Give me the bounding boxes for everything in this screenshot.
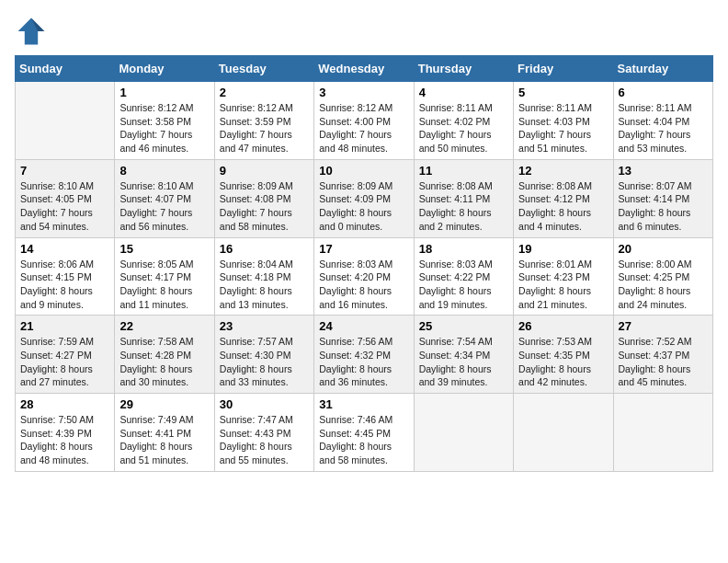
calendar-cell: 15 Sunrise: 8:05 AMSunset: 4:17 PMDaylig… <box>115 237 214 316</box>
calendar-cell: 14 Sunrise: 8:06 AMSunset: 4:15 PMDaylig… <box>16 237 115 316</box>
calendar-cell: 2 Sunrise: 8:12 AMSunset: 3:59 PMDayligh… <box>214 82 313 160</box>
calendar-cell: 31 Sunrise: 7:46 AMSunset: 4:45 PMDaylig… <box>314 394 414 472</box>
cell-details: Sunrise: 8:00 AMSunset: 4:25 PMDaylight:… <box>619 258 708 312</box>
calendar-week-row: 28 Sunrise: 7:50 AMSunset: 4:39 PMDaylig… <box>16 394 713 472</box>
cell-details: Sunrise: 8:05 AMSunset: 4:17 PMDaylight:… <box>119 258 209 312</box>
day-number: 8 <box>119 164 209 178</box>
calendar-cell: 18 Sunrise: 8:03 AMSunset: 4:22 PMDaylig… <box>414 237 513 316</box>
cell-details: Sunrise: 8:07 AMSunset: 4:14 PMDaylight:… <box>619 179 708 234</box>
cell-details: Sunrise: 7:59 AMSunset: 4:27 PMDaylight:… <box>20 335 109 389</box>
cell-details: Sunrise: 8:04 AMSunset: 4:18 PMDaylight:… <box>220 258 309 312</box>
day-number: 23 <box>220 319 309 333</box>
cell-details: Sunrise: 8:08 AMSunset: 4:12 PMDaylight:… <box>518 179 608 234</box>
cell-details: Sunrise: 7:58 AMSunset: 4:28 PMDaylight:… <box>119 335 209 389</box>
calendar-cell: 11 Sunrise: 8:08 AMSunset: 4:11 PMDaylig… <box>414 159 513 237</box>
cell-details: Sunrise: 7:52 AMSunset: 4:37 PMDaylight:… <box>619 335 708 389</box>
cell-details: Sunrise: 7:46 AMSunset: 4:45 PMDaylight:… <box>319 413 408 467</box>
day-number: 10 <box>319 164 408 178</box>
cell-details: Sunrise: 8:12 AMSunset: 4:00 PMDaylight:… <box>319 101 408 155</box>
calendar-cell: 10 Sunrise: 8:09 AMSunset: 4:09 PMDaylig… <box>314 159 414 237</box>
logo-icon <box>15 15 48 48</box>
calendar-cell: 1 Sunrise: 8:12 AMSunset: 3:58 PMDayligh… <box>115 82 214 160</box>
day-number: 7 <box>20 164 109 178</box>
calendar-cell: 20 Sunrise: 8:00 AMSunset: 4:25 PMDaylig… <box>613 237 712 316</box>
cell-details: Sunrise: 7:50 AMSunset: 4:39 PMDaylight:… <box>20 413 109 467</box>
weekday-header-friday: Friday <box>514 56 613 82</box>
day-number: 21 <box>20 319 109 333</box>
day-number: 17 <box>319 242 408 256</box>
calendar-cell: 8 Sunrise: 8:10 AMSunset: 4:07 PMDayligh… <box>115 159 214 237</box>
cell-details: Sunrise: 8:11 AMSunset: 4:03 PMDaylight:… <box>518 101 608 155</box>
calendar-cell: 5 Sunrise: 8:11 AMSunset: 4:03 PMDayligh… <box>514 82 613 160</box>
day-number: 15 <box>119 242 209 256</box>
cell-details: Sunrise: 7:56 AMSunset: 4:32 PMDaylight:… <box>319 335 408 389</box>
weekday-header-row: SundayMondayTuesdayWednesdayThursdayFrid… <box>16 56 713 82</box>
calendar-week-row: 7 Sunrise: 8:10 AMSunset: 4:05 PMDayligh… <box>16 159 713 237</box>
day-number: 1 <box>119 86 209 99</box>
calendar-cell: 16 Sunrise: 8:04 AMSunset: 4:18 PMDaylig… <box>214 237 313 316</box>
calendar-cell <box>613 394 712 472</box>
cell-details: Sunrise: 7:49 AMSunset: 4:41 PMDaylight:… <box>119 413 209 467</box>
cell-details: Sunrise: 8:10 AMSunset: 4:05 PMDaylight:… <box>20 179 109 234</box>
day-number: 26 <box>518 319 608 333</box>
day-number: 22 <box>119 319 209 333</box>
calendar-cell <box>414 394 513 472</box>
calendar-cell: 30 Sunrise: 7:47 AMSunset: 4:43 PMDaylig… <box>214 394 313 472</box>
calendar-week-row: 21 Sunrise: 7:59 AMSunset: 4:27 PMDaylig… <box>16 316 713 394</box>
calendar-cell: 17 Sunrise: 8:03 AMSunset: 4:20 PMDaylig… <box>314 237 414 316</box>
day-number: 12 <box>518 164 608 178</box>
calendar-cell: 9 Sunrise: 8:09 AMSunset: 4:08 PMDayligh… <box>214 159 313 237</box>
calendar-cell: 12 Sunrise: 8:08 AMSunset: 4:12 PMDaylig… <box>514 159 613 237</box>
logo <box>15 15 51 48</box>
day-number: 2 <box>220 86 309 99</box>
calendar-cell: 24 Sunrise: 7:56 AMSunset: 4:32 PMDaylig… <box>314 316 414 394</box>
cell-details: Sunrise: 7:57 AMSunset: 4:30 PMDaylight:… <box>220 335 309 389</box>
day-number: 13 <box>619 164 708 178</box>
cell-details: Sunrise: 7:54 AMSunset: 4:34 PMDaylight:… <box>419 335 508 389</box>
day-number: 3 <box>319 86 408 99</box>
calendar-cell: 21 Sunrise: 7:59 AMSunset: 4:27 PMDaylig… <box>16 316 115 394</box>
weekday-header-monday: Monday <box>115 56 214 82</box>
calendar-week-row: 14 Sunrise: 8:06 AMSunset: 4:15 PMDaylig… <box>16 237 713 316</box>
day-number: 28 <box>20 397 109 411</box>
calendar-cell <box>16 82 115 160</box>
day-number: 9 <box>220 164 309 178</box>
calendar-cell <box>514 394 613 472</box>
calendar-week-row: 1 Sunrise: 8:12 AMSunset: 3:58 PMDayligh… <box>16 82 713 160</box>
cell-details: Sunrise: 8:06 AMSunset: 4:15 PMDaylight:… <box>20 258 109 312</box>
day-number: 18 <box>419 242 508 256</box>
day-number: 6 <box>619 86 708 99</box>
day-number: 20 <box>619 242 708 256</box>
day-number: 30 <box>220 397 309 411</box>
day-number: 19 <box>518 242 608 256</box>
cell-details: Sunrise: 8:01 AMSunset: 4:23 PMDaylight:… <box>518 258 608 312</box>
page-header <box>15 15 713 48</box>
calendar-cell: 19 Sunrise: 8:01 AMSunset: 4:23 PMDaylig… <box>514 237 613 316</box>
cell-details: Sunrise: 8:11 AMSunset: 4:02 PMDaylight:… <box>419 101 508 155</box>
calendar-cell: 26 Sunrise: 7:53 AMSunset: 4:35 PMDaylig… <box>514 316 613 394</box>
calendar-cell: 28 Sunrise: 7:50 AMSunset: 4:39 PMDaylig… <box>16 394 115 472</box>
calendar-cell: 23 Sunrise: 7:57 AMSunset: 4:30 PMDaylig… <box>214 316 313 394</box>
weekday-header-sunday: Sunday <box>16 56 115 82</box>
day-number: 24 <box>319 319 408 333</box>
cell-details: Sunrise: 7:53 AMSunset: 4:35 PMDaylight:… <box>518 335 608 389</box>
cell-details: Sunrise: 8:12 AMSunset: 3:58 PMDaylight:… <box>119 101 209 155</box>
calendar-cell: 13 Sunrise: 8:07 AMSunset: 4:14 PMDaylig… <box>613 159 712 237</box>
calendar-table: SundayMondayTuesdayWednesdayThursdayFrid… <box>15 55 713 472</box>
weekday-header-tuesday: Tuesday <box>214 56 313 82</box>
weekday-header-thursday: Thursday <box>414 56 513 82</box>
calendar-cell: 22 Sunrise: 7:58 AMSunset: 4:28 PMDaylig… <box>115 316 214 394</box>
day-number: 25 <box>419 319 508 333</box>
cell-details: Sunrise: 8:03 AMSunset: 4:22 PMDaylight:… <box>419 258 508 312</box>
day-number: 4 <box>419 86 508 99</box>
cell-details: Sunrise: 8:12 AMSunset: 3:59 PMDaylight:… <box>220 101 309 155</box>
weekday-header-wednesday: Wednesday <box>314 56 414 82</box>
calendar-cell: 29 Sunrise: 7:49 AMSunset: 4:41 PMDaylig… <box>115 394 214 472</box>
cell-details: Sunrise: 8:09 AMSunset: 4:09 PMDaylight:… <box>319 179 408 234</box>
cell-details: Sunrise: 8:10 AMSunset: 4:07 PMDaylight:… <box>119 179 209 234</box>
cell-details: Sunrise: 7:47 AMSunset: 4:43 PMDaylight:… <box>220 413 309 467</box>
cell-details: Sunrise: 8:03 AMSunset: 4:20 PMDaylight:… <box>319 258 408 312</box>
day-number: 29 <box>119 397 209 411</box>
calendar-cell: 3 Sunrise: 8:12 AMSunset: 4:00 PMDayligh… <box>314 82 414 160</box>
calendar-cell: 6 Sunrise: 8:11 AMSunset: 4:04 PMDayligh… <box>613 82 712 160</box>
